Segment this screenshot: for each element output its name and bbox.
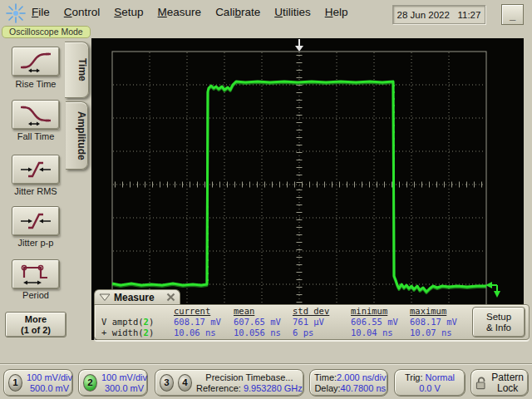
pwidth-stddev: 6 ps	[293, 328, 351, 338]
col-mean: mean	[234, 306, 293, 317]
agilent-logo-icon	[4, 2, 27, 25]
col-maximum: maximum	[410, 306, 476, 317]
statusbar: 1 100 mV/div 500.0 mV 2 100 mV/div 300.0…	[0, 363, 532, 399]
measure-table: current mean std dev minimum maximum V a…	[101, 306, 476, 338]
menu-help[interactable]: Help	[325, 6, 348, 18]
col-std-dev: std dev	[293, 306, 351, 317]
oscilloscope-app: File Control Setup Measure Calibrate Uti…	[0, 0, 532, 399]
jitter-rms-icon	[19, 159, 52, 180]
channel1-badge: 1	[8, 374, 22, 392]
close-icon[interactable]	[166, 293, 175, 302]
menu-measure[interactable]: Measure	[158, 6, 202, 18]
timebase-button[interactable]: 3 4 Precision Timebase... Reference: 9.9…	[155, 369, 304, 397]
waveform-trace	[112, 81, 486, 292]
menubar: File Control Setup Measure Calibrate Uti…	[0, 0, 532, 27]
jitter-pp-label: Jitter p-p	[3, 238, 68, 248]
tab-amplitude[interactable]: Amplitude	[66, 101, 88, 170]
channel2-badge: 2	[83, 374, 97, 392]
jitter-rms-label: Jitter RMS	[3, 186, 68, 196]
fall-time-icon	[19, 104, 52, 126]
time-delay-button[interactable]: Time:2.000 ns/div Delay:40.7800 ns	[309, 369, 388, 397]
row-vamptd-label: V amptd(2)	[101, 317, 174, 328]
trigger-button[interactable]: Trig: Normal 0.0 V	[394, 369, 466, 397]
tab-time[interactable]: Time	[65, 42, 89, 98]
row-pwidth-label: + width(2)	[101, 328, 174, 338]
menu-items: File Control Setup Measure Calibrate Uti…	[32, 6, 347, 18]
mode-label: Oscilloscope Mode	[2, 26, 91, 38]
col-current: current	[174, 306, 234, 317]
channel3-badge: 3	[160, 374, 174, 392]
pwidth-maximum: 10.07 ns	[410, 328, 476, 338]
menu-calibrate[interactable]: Calibrate	[215, 6, 260, 18]
pwidth-minimum: 10.04 ns	[351, 328, 410, 338]
channel4-badge: 4	[178, 374, 192, 392]
menu-utilities[interactable]: Utilities	[274, 6, 311, 18]
period-icon	[19, 263, 52, 286]
menu-setup[interactable]: Setup	[114, 6, 143, 18]
jitter-rms-button[interactable]	[12, 155, 60, 185]
channel1-button[interactable]: 1 100 mV/div 500.0 mV	[3, 369, 73, 397]
measure-panel: current mean std dev minimum maximum V a…	[94, 304, 530, 340]
period-label: Period	[3, 290, 68, 300]
channel2-button[interactable]: 2 100 mV/div 300.0 mV	[78, 369, 148, 397]
vamptd-mean: 607.65 mV	[234, 317, 293, 328]
pwidth-current: 10.06 ns	[174, 328, 234, 338]
vamptd-current: 608.17 mV	[174, 317, 234, 328]
jitter-pp-icon	[19, 210, 52, 232]
fall-time-button[interactable]	[12, 100, 60, 130]
setup-info-button[interactable]: Setup & Info	[472, 307, 525, 337]
measure-panel-tab[interactable]: Measure	[94, 289, 180, 304]
vamptd-stddev: 761 µV	[293, 317, 351, 328]
period-button[interactable]	[12, 259, 60, 289]
datetime-display: 28 Jun 2022 11:27	[392, 5, 485, 24]
minimize-button[interactable]: _	[501, 4, 524, 25]
vamptd-minimum: 606.55 mV	[351, 317, 410, 328]
measure-panel-title: Measure	[114, 292, 155, 303]
col-minimum: minimum	[351, 306, 410, 317]
trigger-position-icon[interactable]	[295, 39, 303, 52]
rise-time-button[interactable]	[12, 47, 60, 76]
lock-open-icon	[475, 376, 487, 391]
vamptd-maximum: 608.17 mV	[410, 317, 476, 328]
menu-file[interactable]: File	[32, 6, 50, 18]
pattern-lock-button[interactable]: Pattern Lock	[470, 369, 529, 397]
more-button[interactable]: More (1 of 2)	[5, 312, 66, 337]
channel2-ground-marker-icon[interactable]	[485, 282, 500, 298]
fall-time-label: Fall Time	[3, 131, 68, 141]
pwidth-mean: 10.056 ns	[234, 328, 293, 338]
dropdown-triangle-icon[interactable]	[99, 293, 111, 302]
rise-time-label: Rise Time	[3, 79, 68, 89]
menu-control[interactable]: Control	[64, 6, 101, 18]
rise-time-icon	[19, 51, 52, 72]
jitter-pp-button[interactable]	[12, 206, 60, 236]
